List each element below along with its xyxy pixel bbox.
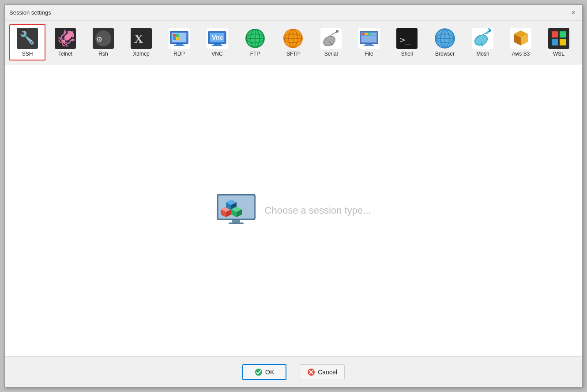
svg-rect-70 bbox=[548, 28, 569, 49]
footer: OK Cancel bbox=[5, 356, 582, 387]
svg-rect-47 bbox=[362, 33, 365, 35]
session-type-mosh[interactable]: Mosh bbox=[465, 24, 501, 60]
serial-icon bbox=[320, 28, 342, 49]
session-type-serial[interactable]: Serial bbox=[313, 24, 349, 60]
svg-text:>_: >_ bbox=[400, 34, 411, 45]
ssh-label: SSH bbox=[22, 51, 33, 57]
svg-rect-16 bbox=[173, 37, 176, 40]
svg-rect-23 bbox=[212, 45, 222, 46]
ok-label: OK bbox=[265, 369, 274, 376]
session-type-vnc[interactable]: Vnc VNC bbox=[199, 24, 235, 60]
svg-rect-15 bbox=[176, 34, 179, 37]
svg-rect-13 bbox=[174, 45, 184, 46]
ssh-icon: 🔧 bbox=[17, 28, 38, 49]
sftp-label: SFTP bbox=[286, 51, 300, 57]
svg-rect-86 bbox=[232, 220, 240, 222]
svg-rect-12 bbox=[176, 44, 183, 45]
rdp-label: RDP bbox=[173, 51, 184, 57]
placeholder-text: Choose a session type... bbox=[265, 205, 371, 216]
svg-rect-14 bbox=[173, 34, 176, 37]
svg-rect-73 bbox=[552, 39, 558, 45]
placeholder-area: Choose a session type... bbox=[216, 191, 371, 230]
title-bar: Session settings × bbox=[5, 5, 582, 21]
close-button[interactable]: × bbox=[569, 8, 578, 17]
svg-rect-17 bbox=[176, 37, 179, 40]
cancel-label: Cancel bbox=[318, 369, 337, 376]
file-icon bbox=[358, 28, 380, 49]
session-type-file[interactable]: File bbox=[351, 24, 387, 60]
cancel-button[interactable]: Cancel bbox=[300, 364, 345, 380]
session-type-browser[interactable]: Browser bbox=[427, 24, 463, 60]
session-type-wsl[interactable]: WSL bbox=[541, 24, 577, 60]
main-content: Choose a session type... bbox=[5, 64, 582, 356]
svg-text:🔧: 🔧 bbox=[19, 30, 35, 45]
session-settings-dialog: Session settings × 🔧 SSH 🦑 Telnet bbox=[4, 4, 583, 388]
session-type-rsh[interactable]: ⚙ Rsh bbox=[85, 24, 121, 60]
svg-rect-74 bbox=[560, 39, 566, 45]
shell-label: Shell bbox=[401, 51, 413, 57]
svg-rect-48 bbox=[365, 33, 368, 35]
wsl-label: WSL bbox=[553, 51, 564, 57]
cancel-x-icon bbox=[307, 368, 315, 376]
ok-check-icon bbox=[255, 368, 263, 376]
svg-text:⚙: ⚙ bbox=[97, 34, 102, 44]
browser-icon bbox=[434, 28, 455, 49]
vnc-label: VNC bbox=[211, 51, 222, 57]
svg-rect-72 bbox=[560, 31, 566, 38]
svg-text:X: X bbox=[134, 32, 143, 45]
svg-point-42 bbox=[331, 44, 333, 45]
aws-s3-icon bbox=[510, 28, 531, 49]
svg-rect-71 bbox=[552, 31, 558, 38]
session-type-rdp[interactable]: RDP bbox=[161, 24, 197, 60]
mosh-label: Mosh bbox=[476, 51, 489, 57]
ftp-label: FTP bbox=[250, 51, 260, 57]
svg-rect-51 bbox=[364, 45, 374, 46]
session-type-ftp[interactable]: FTP bbox=[237, 24, 273, 60]
session-type-aws-s3[interactable]: Aws S3 bbox=[503, 24, 539, 60]
aws-s3-label: Aws S3 bbox=[512, 51, 530, 57]
svg-point-40 bbox=[336, 30, 339, 33]
session-type-ssh[interactable]: 🔧 SSH bbox=[9, 24, 45, 60]
placeholder-icon bbox=[216, 191, 256, 230]
xdmcp-label: Xdmcp bbox=[133, 51, 149, 57]
svg-text:🦑: 🦑 bbox=[56, 29, 76, 48]
rsh-label: Rsh bbox=[98, 51, 108, 57]
session-type-bar: 🔧 SSH 🦑 Telnet ⚙ bbox=[5, 21, 582, 64]
telnet-label: Telnet bbox=[58, 51, 72, 57]
xdmcp-icon: X bbox=[131, 28, 152, 49]
svg-rect-49 bbox=[368, 33, 371, 35]
session-type-telnet[interactable]: 🦑 Telnet bbox=[47, 24, 83, 60]
ok-button[interactable]: OK bbox=[242, 364, 286, 380]
dialog-title: Session settings bbox=[9, 9, 51, 16]
svg-rect-87 bbox=[229, 222, 244, 224]
ftp-icon bbox=[245, 28, 266, 49]
shell-icon: >_ bbox=[396, 28, 418, 49]
rdp-icon bbox=[169, 28, 190, 49]
browser-label: Browser bbox=[435, 51, 455, 57]
session-type-xdmcp[interactable]: X Xdmcp bbox=[123, 24, 159, 60]
wsl-icon bbox=[548, 28, 569, 49]
sftp-icon bbox=[282, 28, 304, 49]
telnet-icon: 🦑 bbox=[55, 28, 76, 49]
file-label: File bbox=[365, 51, 373, 57]
svg-rect-22 bbox=[214, 44, 221, 45]
mosh-icon bbox=[472, 28, 493, 49]
rsh-icon: ⚙ bbox=[93, 28, 114, 49]
session-type-shell[interactable]: >_ Shell bbox=[389, 24, 425, 60]
vnc-icon: Vnc bbox=[207, 28, 228, 49]
session-type-sftp[interactable]: SFTP bbox=[275, 24, 311, 60]
serial-label: Serial bbox=[324, 51, 338, 57]
svg-rect-50 bbox=[365, 44, 373, 45]
svg-text:Vnc: Vnc bbox=[212, 34, 223, 41]
